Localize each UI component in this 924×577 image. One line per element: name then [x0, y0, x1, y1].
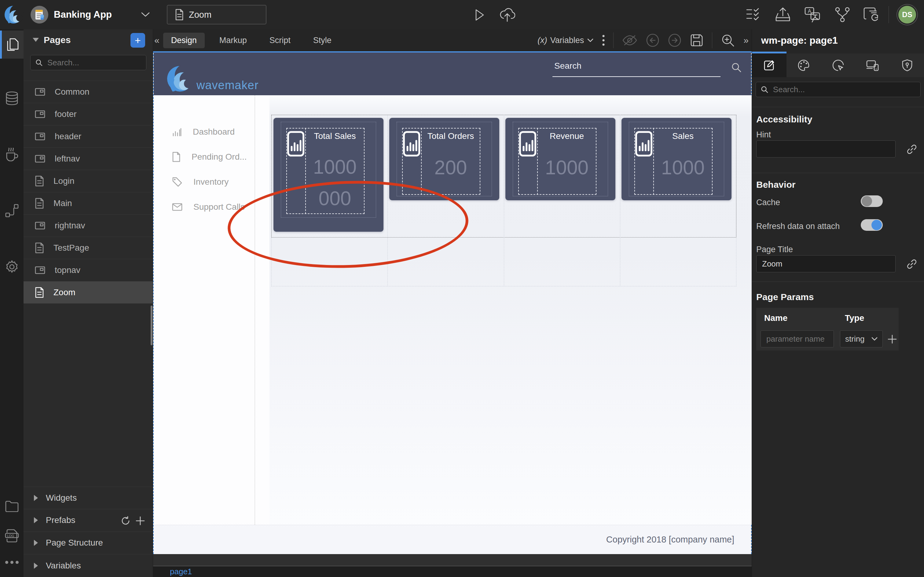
page-icon: [34, 198, 44, 209]
expand-panel-button[interactable]: »: [743, 35, 749, 45]
param-type-select[interactable]: string: [840, 330, 883, 347]
canvas-content-area: Total Sales 1000 000: [270, 95, 752, 525]
export-deploy-icon[interactable]: [775, 7, 791, 23]
card-value: 1000: [653, 152, 712, 184]
page-list-item[interactable]: TestPage: [24, 237, 153, 259]
page-structure-section[interactable]: Page Structure: [24, 532, 153, 554]
collapse-panel-button[interactable]: «: [154, 35, 160, 45]
add-prefab-icon[interactable]: [136, 516, 145, 526]
variables-icon: (x): [538, 36, 547, 45]
canvas-nav-item-pending-orders[interactable]: Pending Ord...: [154, 144, 270, 169]
canvas-left-nav[interactable]: Dashboard Pending Ord... Inventory: [154, 95, 270, 525]
canvas-header-search[interactable]: Search: [554, 61, 582, 71]
device-sync-icon[interactable]: [863, 7, 879, 23]
page-params-heading: Page Params: [756, 292, 814, 302]
breadcrumb-bar: page1: [153, 566, 752, 577]
rail-files-folder-icon[interactable]: [0, 492, 24, 520]
rail-settings-gear-icon[interactable]: [0, 253, 24, 281]
user-avatar[interactable]: DS: [898, 6, 916, 24]
param-name-header: Name: [764, 313, 787, 323]
param-name-input[interactable]: [761, 330, 834, 347]
save-icon[interactable]: [690, 34, 703, 47]
rail-apis-icon[interactable]: [0, 197, 24, 225]
page-list-item[interactable]: topnav: [24, 259, 153, 281]
undo-icon[interactable]: [646, 34, 659, 47]
more-kebab-icon[interactable]: [602, 35, 605, 46]
page-title-input[interactable]: [756, 255, 896, 272]
page-list-item[interactable]: header: [24, 125, 153, 147]
hint-input[interactable]: [756, 140, 896, 158]
pages-scrollbar[interactable]: [151, 306, 152, 345]
properties-search[interactable]: [756, 82, 921, 97]
open-page-tab[interactable]: Zoom: [167, 5, 267, 24]
canvas-search-icon[interactable]: [731, 62, 741, 73]
project-avatar[interactable]: [31, 6, 48, 24]
tab-security[interactable]: [890, 53, 924, 77]
page-list-item[interactable]: rightnav: [24, 214, 153, 237]
rail-pages-icon[interactable]: [0, 31, 24, 59]
canvas-nav-item-inventory[interactable]: Inventory: [154, 169, 270, 195]
section-divider: [752, 107, 924, 107]
tab-styles[interactable]: [787, 53, 821, 77]
pages-search[interactable]: [30, 55, 146, 70]
zoom-in-icon[interactable]: [721, 33, 735, 47]
add-page-button[interactable]: +: [131, 33, 145, 48]
caret-right-icon: [34, 495, 38, 501]
translate-icon[interactable]: A: [804, 7, 821, 23]
redo-icon[interactable]: [668, 34, 682, 47]
refresh-data-toggle[interactable]: [861, 219, 883, 231]
selected-widget-title: wm-page: page1: [761, 35, 838, 46]
preview-run-button[interactable]: [474, 8, 485, 21]
page-list-item[interactable]: footer: [24, 103, 153, 125]
grid-column-separator: [620, 115, 620, 286]
tab-markup[interactable]: Markup: [212, 33, 255, 48]
tab-design[interactable]: Design: [163, 33, 205, 48]
version-branch-icon[interactable]: [835, 7, 850, 23]
widgets-section[interactable]: Widgets: [24, 487, 153, 509]
tab-script[interactable]: Script: [262, 33, 299, 48]
card-sales[interactable]: Sales 1000: [622, 118, 732, 200]
checklist-icon[interactable]: [746, 7, 761, 22]
pages-search-input[interactable]: [47, 58, 141, 68]
breadcrumb-page1[interactable]: page1: [170, 567, 192, 576]
tab-events[interactable]: [821, 53, 856, 77]
refresh-icon[interactable]: [121, 516, 131, 526]
page-list-item[interactable]: Main: [24, 192, 153, 214]
tab-style[interactable]: Style: [305, 33, 339, 48]
partial-icon: [34, 266, 45, 275]
rail-more-icon[interactable]: [0, 548, 24, 576]
copyright-text: Copyright 2018 [company name]: [606, 535, 734, 545]
svg-text:A: A: [808, 8, 811, 14]
variables-section[interactable]: Variables: [24, 554, 153, 577]
tab-devices[interactable]: [855, 53, 890, 77]
page-list-item[interactable]: Common: [24, 81, 153, 103]
card-revenue[interactable]: Revenue 1000: [506, 118, 615, 200]
project-name[interactable]: Banking App: [54, 9, 112, 20]
canvas-search-underline: [552, 76, 720, 77]
prefabs-section[interactable]: Prefabs: [24, 509, 153, 531]
canvas-page-footer[interactable]: Copyright 2018 [company name]: [154, 525, 751, 554]
page-list-item[interactable]: Login: [24, 170, 153, 192]
tab-properties[interactable]: [752, 53, 787, 77]
page-list-item[interactable]: leftnav: [24, 147, 153, 170]
page-list-item-selected[interactable]: Zoom: [24, 281, 153, 303]
partial-icon: [34, 110, 45, 119]
canvas-nav-item-dashboard[interactable]: Dashboard: [154, 119, 270, 144]
bind-link-icon[interactable]: [906, 144, 917, 155]
rail-java-services-icon[interactable]: [0, 140, 24, 169]
pages-collapse-caret[interactable]: [33, 38, 39, 42]
cache-toggle[interactable]: [861, 195, 883, 207]
variables-dropdown[interactable]: (x) Variables: [538, 36, 594, 45]
project-switcher-chevron-down-icon[interactable]: [141, 11, 150, 18]
editor-center: « Design Markup Script Style (x) Variabl…: [153, 29, 752, 577]
rail-database-icon[interactable]: [0, 84, 24, 112]
deploy-cloud-upload-button[interactable]: [499, 8, 515, 22]
hide-outlines-eye-icon[interactable]: [622, 35, 637, 46]
properties-search-input[interactable]: [772, 85, 916, 95]
rail-logs-icon[interactable]: LOG: [0, 521, 24, 550]
bind-link-icon[interactable]: [906, 259, 917, 269]
design-canvas[interactable]: wavemaker Search Dashboard: [153, 51, 752, 554]
add-param-icon[interactable]: [888, 335, 897, 344]
wavemaker-logo-icon: [4, 3, 24, 26]
canvas-page-header[interactable]: wavemaker Search: [154, 53, 751, 95]
